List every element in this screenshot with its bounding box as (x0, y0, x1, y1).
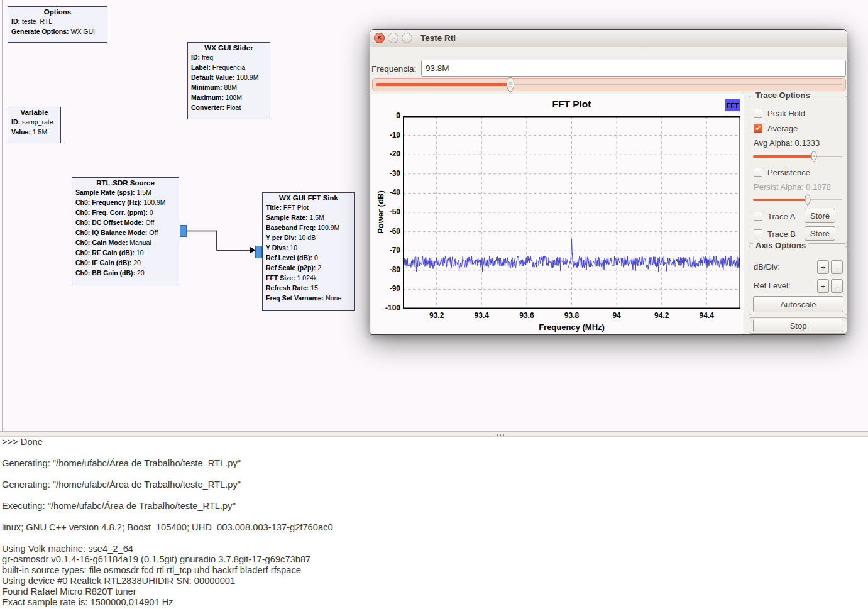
wx-gui-fft-sink-block-param: Freq Set Varname: None (263, 293, 354, 303)
trace-b-label: Trace B (767, 229, 796, 239)
window-titlebar[interactable]: ✕ – Teste Rtl (370, 30, 847, 47)
console-line: Generating: "/home/ufabc/Área de Trabalh… (0, 458, 868, 469)
frequency-slider-fill (376, 83, 510, 86)
fft-tab[interactable]: FFT (725, 99, 740, 111)
x-tick-label: 94.4 (689, 311, 724, 320)
variable-block-param: ID: samp_rate (8, 117, 60, 127)
wx-gui-slider-block[interactable]: WX GUI SliderID: freqLabel: FrequenciaDe… (187, 42, 270, 119)
autoscale-button[interactable]: Autoscale (753, 296, 843, 312)
wx-gui-fft-sink-block-param: FFT Size: 1.024k (263, 273, 354, 283)
x-axis-label: Frequency (MHz) (403, 322, 740, 332)
console-line: Using device #0 Realtek RTL2838UHIDIR SN… (0, 576, 868, 586)
ref-level-plus-button[interactable]: + (817, 279, 829, 293)
wx-gui-fft-sink-block-param: Ref Level (dB): 0 (263, 253, 354, 263)
y-tick-label: -90 (371, 284, 400, 293)
wx-gui-fft-sink-block-param: Refresh Rate: 15 (263, 283, 354, 293)
console-line (0, 469, 868, 480)
wx-gui-slider-block-title: WX GUI Slider (188, 43, 270, 52)
console-output: >>> Done Generating: "/home/ufabc/Área d… (0, 437, 868, 609)
persistence-label: Persistence (767, 168, 810, 177)
db-div-plus-button[interactable]: + (817, 260, 829, 274)
options-block-param: Generate Options: WX GUI (8, 26, 107, 36)
wx-gui-fft-sink-block-title: WX GUI FFT Sink (263, 193, 354, 202)
avg-alpha-label: Avg Alpha: 0.1333 (754, 138, 820, 148)
wx-gui-slider-block-param: Default Value: 100.9M (188, 72, 270, 82)
rtl-sdr-source-block-param: Sample Rate (sps): 1.5M (72, 187, 179, 197)
x-tick-label: 93.8 (554, 311, 590, 320)
fft-plot-title: FFT Plot (403, 99, 740, 110)
wx-gui-fft-sink-block-param: Ref Scale (p2p): 2 (263, 263, 354, 273)
variable-block[interactable]: VariableID: samp_rateValue: 1.5M (8, 107, 61, 143)
canvas-border (2, 0, 3, 431)
rtl-sdr-source-block-param: Ch0: Gain Mode: Manual (72, 238, 179, 248)
trace-b-checkbox[interactable] (754, 229, 762, 238)
console-line: Executing: "/home/ufabc/Área de Trabalho… (0, 501, 868, 512)
fft-plot-chart (403, 116, 740, 309)
maximize-icon[interactable] (402, 33, 412, 43)
wx-gui-slider-block-param: Converter: Float (188, 102, 270, 112)
trace-options-legend: Trace Options (753, 91, 813, 100)
avg-alpha-slider[interactable] (753, 151, 842, 162)
console-splitter[interactable] (0, 431, 868, 437)
options-block-param: ID: teste_RTL (8, 16, 107, 26)
rtl-sdr-source-block-param: Ch0: Frequency (Hz): 100.9M (72, 197, 179, 207)
rtl-sdr-source-block[interactable]: RTL-SDR SourceSample Rate (sps): 1.5MCh0… (72, 177, 179, 285)
wx-gui-fft-sink-block-param: Sample Rate: 1.5M (263, 212, 354, 222)
stop-button[interactable]: Stop (753, 319, 843, 332)
options-block[interactable]: OptionsID: teste_RTLGenerate Options: WX… (8, 6, 107, 43)
peak-hold-checkbox[interactable] (754, 109, 762, 118)
y-axis-label: Power (dB) (376, 175, 385, 250)
fft-plot-panel: FFT Plot FFT 0-10-20-30-40-50-60-70-80-9… (371, 94, 744, 334)
rtl-sdr-source-block-param: Ch0: DC Offset Mode: Off (72, 217, 179, 228)
persist-alpha-slider[interactable] (753, 194, 842, 206)
console-line: Exact sample rate is: 1500000,014901 Hz (0, 597, 868, 608)
trace-b-store-button[interactable]: Store (805, 226, 835, 241)
console-line (0, 490, 868, 501)
minimize-icon[interactable]: – (388, 33, 398, 43)
x-tick-label: 93.6 (509, 311, 544, 320)
grc-application: OptionsID: teste_RTLGenerate Options: WX… (0, 0, 868, 609)
db-div-minus-button[interactable]: - (831, 260, 843, 274)
persistence-checkbox[interactable] (754, 168, 762, 177)
variable-block-param: Value: 1.5M (8, 127, 60, 137)
x-tick-label: 94.2 (644, 311, 679, 320)
y-tick-label: -80 (371, 265, 400, 274)
axis-options-legend: Axis Options (753, 241, 808, 250)
wx-gui-fft-sink-block[interactable]: WX GUI FFT SinkTitle: FFT PlotSample Rat… (262, 192, 355, 311)
rtl-sdr-source-block-param: Ch0: IQ Balance Mode: Off (72, 228, 179, 238)
average-label: Average (767, 124, 798, 133)
window-title: Teste Rtl (420, 33, 456, 43)
console-line: built-in source types: file osmosdr fcd … (0, 565, 868, 576)
rtl-sdr-out-port[interactable] (180, 225, 187, 237)
wx-gui-slider-block-param: Minimum: 88M (188, 82, 270, 92)
x-tick-label: 93.2 (419, 311, 454, 320)
console-line: Using Volk machine: sse4_2_64 (0, 544, 868, 554)
close-icon[interactable]: ✕ (374, 33, 385, 43)
console-line: linux; GNU C++ version 4.8.2; Boost_1054… (0, 522, 868, 533)
console-line (0, 533, 868, 544)
frequency-label: Frequencia: (371, 64, 416, 74)
trace-a-label: Trace A (767, 212, 795, 221)
stop-group: Stop (749, 317, 847, 334)
axis-options-group: Axis Options dB/Div: + - Ref Level: + - … (749, 246, 847, 315)
rtl-sdr-source-block-title: RTL-SDR Source (72, 178, 179, 187)
rtl-sdr-source-block-param: Ch0: IF Gain (dB): 20 (72, 258, 179, 268)
y-tick-label: -20 (371, 150, 400, 158)
wx-gui-slider-block-param: Maximum: 108M (188, 92, 270, 102)
rtl-sdr-source-block-param: Ch0: BB Gain (dB): 20 (72, 268, 179, 278)
rtl-sdr-source-block-param: Ch0: Freq. Corr. (ppm): 0 (72, 207, 179, 217)
wx-gui-fft-sink-block-param: Baseband Freq: 100.9M (263, 222, 354, 233)
trace-a-checkbox[interactable] (754, 212, 762, 221)
splitter-grip (497, 434, 507, 436)
ref-level-minus-button[interactable]: - (831, 279, 843, 293)
trace-options-group: Trace Options Peak Hold Average Avg Alph… (749, 96, 847, 244)
frequency-slider-handle[interactable] (505, 77, 515, 94)
frequency-input[interactable] (421, 60, 846, 77)
persist-alpha-label: Persist Alpha: 0.1878 (754, 182, 831, 192)
console-line: gr-osmosdr v0.1.4-16-g61184a19 (0.1.5git… (0, 554, 868, 565)
average-checkbox[interactable] (754, 124, 762, 133)
fft-sink-in-port[interactable] (255, 246, 262, 258)
console-line: Generating: "/home/ufabc/Área de Trabalh… (0, 480, 868, 490)
console-line (0, 512, 868, 522)
trace-a-store-button[interactable]: Store (805, 209, 835, 223)
